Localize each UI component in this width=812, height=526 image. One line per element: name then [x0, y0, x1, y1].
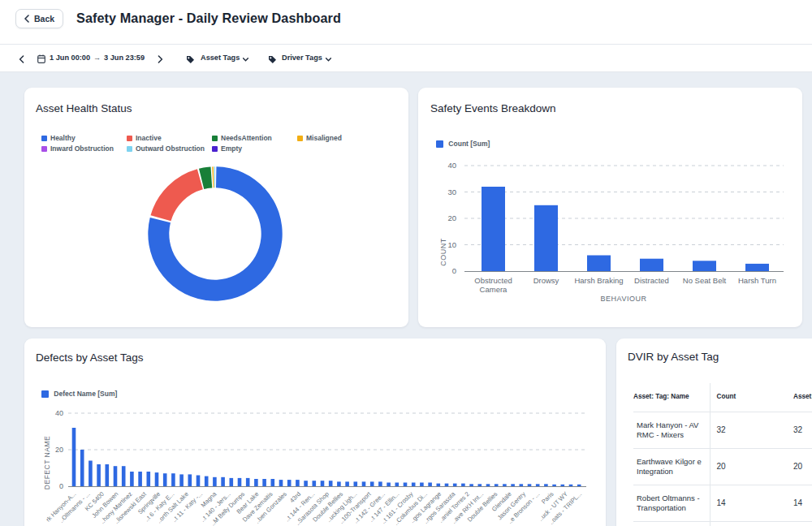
svg-text:No Seat Belt: No Seat Belt	[683, 276, 727, 285]
svg-text:30: 30	[447, 188, 456, 196]
svg-text:DEFECT NAME: DEFECT NAME	[43, 436, 51, 489]
svg-text:0: 0	[59, 482, 63, 490]
svg-text:40: 40	[447, 161, 456, 170]
svg-text:10: 10	[447, 240, 456, 249]
svg-text:Harsh Turn: Harsh Turn	[738, 276, 776, 285]
svg-text:40: 40	[55, 409, 63, 417]
svg-text:COUNT: COUNT	[439, 238, 447, 266]
svg-text:20: 20	[447, 213, 456, 222]
svg-text:Distracted: Distracted	[634, 276, 669, 285]
svg-text:20: 20	[55, 446, 63, 454]
svg-text:0: 0	[452, 266, 456, 275]
svg-text:Obstructed: Obstructed	[474, 276, 512, 285]
svg-text:Harsh Braking: Harsh Braking	[574, 276, 623, 285]
svg-text:Drowsy: Drowsy	[533, 276, 559, 285]
svg-text:BEHAVIOUR: BEHAVIOUR	[601, 295, 647, 303]
svg-text:Camera: Camera	[480, 285, 508, 294]
